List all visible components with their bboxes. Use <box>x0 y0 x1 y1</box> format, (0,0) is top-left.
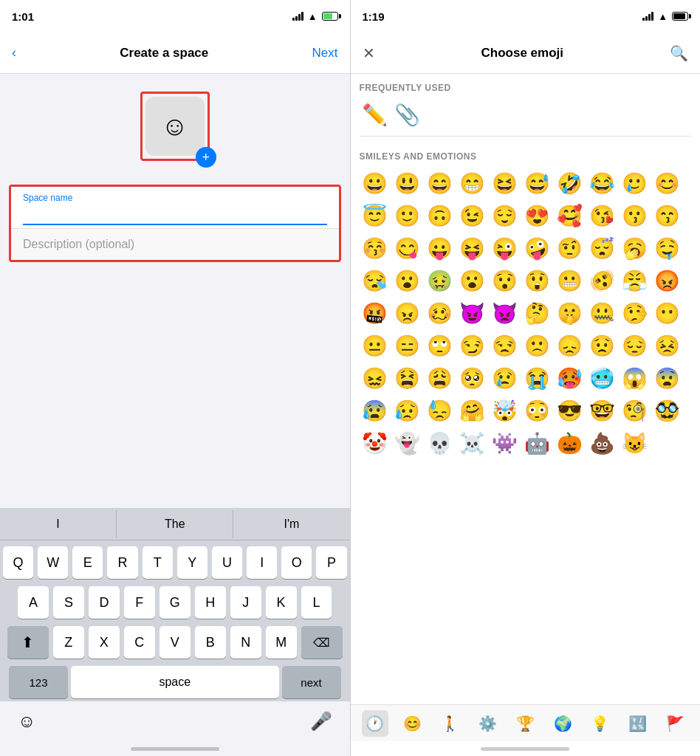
key-c[interactable]: C <box>124 626 155 659</box>
emoji-paperclip[interactable]: 📎 <box>392 99 423 130</box>
emoji-weary[interactable]: 😩 <box>425 362 456 394</box>
emoji-yum[interactable]: 😋 <box>392 233 423 264</box>
emoji-woozy[interactable]: 🥴 <box>425 298 456 329</box>
suggestion-i[interactable]: I <box>0 510 117 538</box>
emoji-symbols-mouth[interactable]: 🤬 <box>360 298 391 329</box>
shift-key[interactable]: ⬆ <box>7 626 49 659</box>
key-k[interactable]: K <box>266 586 297 619</box>
key-z[interactable]: Z <box>53 626 84 659</box>
keyboard-next-key[interactable]: next <box>282 666 341 698</box>
key-d[interactable]: D <box>89 586 120 619</box>
emoji-blush[interactable]: 😊 <box>652 168 683 199</box>
emoji-smiling-devil[interactable]: 😈 <box>457 298 488 329</box>
emoji-grinning[interactable]: 😀 <box>360 168 391 199</box>
key-g[interactable]: G <box>159 586 191 619</box>
emoji-smile[interactable]: 😄 <box>425 168 456 199</box>
emoji-stuck-out-tongue[interactable]: 😛 <box>425 233 456 264</box>
tab-activities[interactable]: ⚙️ <box>474 710 501 737</box>
key-p[interactable]: P <box>316 546 346 579</box>
suggestion-the[interactable]: The <box>117 510 233 538</box>
key-h[interactable]: H <box>195 586 226 619</box>
emoji-neutral[interactable]: 😶 <box>652 298 683 329</box>
emoji-scream[interactable]: 😨 <box>652 362 683 394</box>
emoji-exploding[interactable]: 🤯 <box>490 395 521 426</box>
emoji-box[interactable]: ☺ <box>145 97 205 156</box>
emoji-fearful[interactable]: 😱 <box>620 362 651 394</box>
emoji-rofl[interactable]: 🤣 <box>555 168 586 199</box>
emoji-skull-crossbones[interactable]: ☠️ <box>457 427 488 458</box>
emoji-persevering[interactable]: 😖 <box>360 362 391 394</box>
emoji-robot[interactable]: 🤖 <box>522 427 553 458</box>
emoji-smiling-hearts[interactable]: 🥰 <box>555 200 586 231</box>
emoji-relieved[interactable]: 😌 <box>490 200 521 231</box>
key-y[interactable]: Y <box>177 546 207 579</box>
emoji-stuck-out-wink[interactable]: 😜 <box>490 233 521 264</box>
emoji-confounded[interactable]: 😣 <box>652 330 683 361</box>
close-button[interactable]: ✕ <box>363 44 375 62</box>
emoji-smiley[interactable]: 😃 <box>392 168 423 199</box>
emoji-skull[interactable]: 💀 <box>425 427 456 458</box>
key-b[interactable]: B <box>195 626 226 659</box>
emoji-zipper-mouth[interactable]: 🤐 <box>587 298 618 329</box>
key-i[interactable]: I <box>247 546 277 579</box>
emoji-angry-devil[interactable]: 👿 <box>490 298 521 329</box>
key-t[interactable]: T <box>143 546 173 579</box>
tab-food[interactable]: 🏆 <box>512 710 538 737</box>
emoji-upside-down[interactable]: 🙃 <box>425 200 456 231</box>
emoji-hot[interactable]: 🥵 <box>555 362 586 394</box>
emoji-pensive[interactable]: 😔 <box>620 330 651 361</box>
emoji-monocle[interactable]: 🧐 <box>620 395 651 426</box>
emoji-alien[interactable]: 👾 <box>490 427 521 458</box>
emoji-kissing-smiling[interactable]: 😙 <box>652 200 683 231</box>
key-x[interactable]: X <box>89 626 120 659</box>
emoji-cold[interactable]: 🥶 <box>587 362 618 394</box>
emoji-nerd[interactable]: 🤓 <box>587 395 618 426</box>
tab-symbols[interactable]: 🔣 <box>625 710 651 737</box>
key-j[interactable]: J <box>230 586 261 619</box>
emoji-zany[interactable]: 🤪 <box>522 233 553 264</box>
back-button[interactable]: ‹ <box>12 45 16 61</box>
emoji-slightly-frowning[interactable]: 🙁 <box>522 330 553 361</box>
emoji-anguished[interactable]: 😳 <box>522 395 553 426</box>
emoji-lying[interactable]: 🤥 <box>620 298 651 329</box>
tab-people[interactable]: 🚶 <box>437 710 464 737</box>
tab-flags[interactable]: 🚩 <box>662 710 689 737</box>
emoji-kissing-heart[interactable]: 😘 <box>587 200 618 231</box>
description-group[interactable]: Description (optional) <box>11 229 339 260</box>
mic-toolbar-icon[interactable]: 🎤 <box>310 711 332 732</box>
key-w[interactable]: W <box>38 546 68 579</box>
key-s[interactable]: S <box>53 586 84 619</box>
emoji-unamused[interactable]: 😒 <box>490 330 521 361</box>
numbers-key[interactable]: 123 <box>9 666 68 698</box>
space-key[interactable]: space <box>71 666 279 698</box>
emoji-flushed[interactable]: 😲 <box>522 265 553 296</box>
emoji-disguised[interactable]: 🥸 <box>652 395 683 426</box>
emoji-open-mouth[interactable]: 😮 <box>457 265 488 296</box>
next-button[interactable]: Next <box>312 46 338 61</box>
emoji-innocent[interactable]: 😇 <box>360 200 391 231</box>
emoji-sweat[interactable]: 😰 <box>360 395 391 426</box>
key-r[interactable]: R <box>107 546 137 579</box>
emoji-cat-grinning[interactable]: 😺 <box>620 427 651 458</box>
key-n[interactable]: N <box>230 626 261 659</box>
add-emoji-button[interactable]: + <box>196 147 216 168</box>
emoji-tired[interactable]: 😫 <box>392 362 423 394</box>
emoji-sob[interactable]: 😭 <box>522 362 553 394</box>
key-a[interactable]: A <box>18 586 49 619</box>
emoji-sleeping[interactable]: 😴 <box>587 233 618 264</box>
tab-recent[interactable]: 🕐 <box>362 710 388 737</box>
emoji-roll-eyes[interactable]: 🙄 <box>425 330 456 361</box>
emoji-kissing[interactable]: 😗 <box>620 200 651 231</box>
emoji-astonished[interactable]: 😯 <box>490 265 521 296</box>
emoji-slightly-smiling[interactable]: 🙂 <box>392 200 423 231</box>
emoji-disappointed[interactable]: 😞 <box>555 330 586 361</box>
emoji-worried[interactable]: 😟 <box>587 330 618 361</box>
key-l[interactable]: L <box>301 586 332 619</box>
emoji-hugging[interactable]: 🤗 <box>457 395 488 426</box>
emoji-pile-of-poo[interactable]: 💩 <box>587 427 618 458</box>
emoji-sleepy[interactable]: 😪 <box>360 265 391 296</box>
tab-objects[interactable]: 💡 <box>587 710 614 737</box>
emoji-joy[interactable]: 😂 <box>587 168 618 199</box>
key-o[interactable]: O <box>281 546 312 579</box>
search-icon[interactable]: 🔍 <box>670 44 688 62</box>
